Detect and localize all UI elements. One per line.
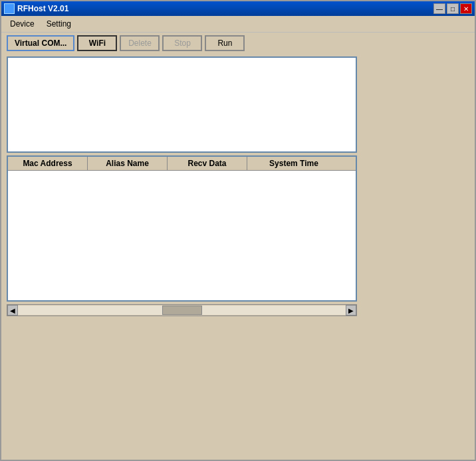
device-table: Mac Address Alias Name Recv Data System … <box>7 155 357 302</box>
table-header: Mac Address Alias Name Recv Data System … <box>8 157 356 171</box>
title-bar-controls: — □ ✕ <box>433 3 472 14</box>
minimize-button[interactable]: — <box>433 3 445 14</box>
toolbar: Virtual COM... WiFi Delete Stop Run <box>1 33 475 54</box>
scrollbar-thumb[interactable] <box>162 306 202 315</box>
scroll-left-button[interactable]: ◀ <box>7 305 18 316</box>
close-button[interactable]: ✕ <box>460 3 472 14</box>
wifi-button[interactable]: WiFi <box>77 35 117 51</box>
title-bar: RFHost V2.01 — □ ✕ <box>1 1 475 16</box>
col-recv-data: Recv Data <box>168 157 247 170</box>
log-panel[interactable] <box>7 56 357 153</box>
window-title: RFHost V2.01 <box>17 4 68 13</box>
virtual-com-button[interactable]: Virtual COM... <box>7 35 74 51</box>
main-window: RFHost V2.01 — □ ✕ Device Setting Virtua… <box>0 0 476 461</box>
menu-item-setting[interactable]: Setting <box>41 17 77 31</box>
menu-bar: Device Setting <box>1 16 475 33</box>
horizontal-scrollbar[interactable]: ◀ ▶ <box>7 304 357 316</box>
menu-item-device[interactable]: Device <box>4 17 41 31</box>
col-alias-name: Alias Name <box>88 157 168 170</box>
delete-button[interactable]: Delete <box>120 35 160 51</box>
stop-button[interactable]: Stop <box>162 35 202 51</box>
run-button[interactable]: Run <box>205 35 245 51</box>
restore-button[interactable]: □ <box>447 3 459 14</box>
content-area: Mac Address Alias Name Recv Data System … <box>1 54 475 319</box>
col-system-time: System Time <box>247 157 340 170</box>
col-mac-address: Mac Address <box>8 157 88 170</box>
scrollbar-track[interactable] <box>18 306 346 315</box>
title-bar-title: RFHost V2.01 <box>4 3 68 14</box>
scroll-right-button[interactable]: ▶ <box>346 305 356 316</box>
app-icon <box>4 3 15 14</box>
table-body <box>8 171 356 300</box>
